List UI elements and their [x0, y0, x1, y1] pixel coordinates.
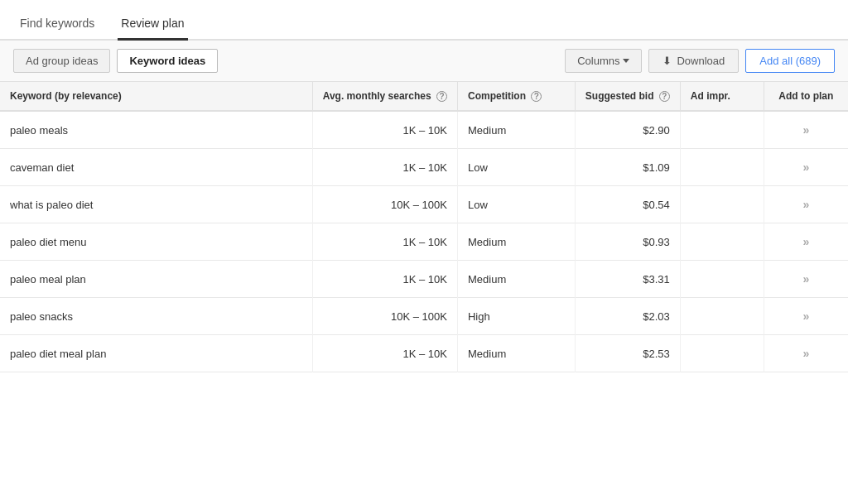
cell-add-to-plan[interactable]: »	[764, 335, 848, 372]
cell-bid: $0.93	[575, 223, 680, 261]
cell-competition: Low	[457, 186, 575, 223]
columns-button[interactable]: Columns	[565, 49, 642, 73]
keyword-table: Keyword (by relevance) Avg. monthly sear…	[0, 82, 848, 372]
add-to-plan-icon[interactable]: »	[802, 347, 809, 360]
cell-keyword: paleo meal plan	[0, 261, 312, 298]
cell-bid: $1.09	[575, 149, 680, 186]
competition-help-icon[interactable]: ?	[531, 91, 542, 102]
cell-adimpr	[680, 335, 764, 372]
bid-help-icon[interactable]: ?	[659, 91, 670, 102]
tab-review-plan[interactable]: Review plan	[118, 10, 187, 41]
download-label: Download	[677, 55, 725, 67]
cell-add-to-plan[interactable]: »	[764, 261, 848, 298]
add-to-plan-icon[interactable]: »	[802, 235, 809, 248]
table-row: paleo meals 1K – 10K Medium $2.90 »	[0, 111, 848, 149]
cell-keyword: paleo snacks	[0, 298, 312, 335]
cell-competition: Medium	[457, 335, 575, 372]
col-header-bid: Suggested bid ?	[575, 82, 680, 111]
cell-add-to-plan[interactable]: »	[764, 111, 848, 149]
cell-adimpr	[680, 111, 764, 149]
col-header-keyword: Keyword (by relevance)	[0, 82, 312, 111]
table-row: paleo diet meal plan 1K – 10K Medium $2.…	[0, 335, 848, 372]
add-to-plan-icon[interactable]: »	[802, 161, 809, 174]
table-body: paleo meals 1K – 10K Medium $2.90 » cave…	[0, 111, 848, 372]
cell-bid: $0.54	[575, 186, 680, 223]
cell-searches: 1K – 10K	[312, 335, 457, 372]
cell-keyword: paleo diet menu	[0, 223, 312, 261]
ad-group-ideas-button[interactable]: Ad group ideas	[13, 49, 110, 73]
cell-add-to-plan[interactable]: »	[764, 186, 848, 223]
keyword-ideas-button[interactable]: Keyword ideas	[117, 49, 218, 73]
cell-bid: $3.31	[575, 261, 680, 298]
cell-competition: High	[457, 298, 575, 335]
add-to-plan-icon[interactable]: »	[802, 198, 809, 211]
download-icon: ⬇	[662, 55, 672, 67]
cell-adimpr	[680, 223, 764, 261]
cell-adimpr	[680, 186, 764, 223]
cell-searches: 10K – 100K	[312, 186, 457, 223]
cell-add-to-plan[interactable]: »	[764, 298, 848, 335]
cell-keyword: paleo meals	[0, 111, 312, 149]
cell-searches: 1K – 10K	[312, 149, 457, 186]
cell-searches: 1K – 10K	[312, 223, 457, 261]
cell-keyword: what is paleo diet	[0, 186, 312, 223]
top-nav: Find keywords Review plan	[0, 0, 848, 41]
cell-add-to-plan[interactable]: »	[764, 223, 848, 261]
col-header-adimpr: Ad impr.	[680, 82, 764, 111]
cell-adimpr	[680, 261, 764, 298]
searches-help-icon[interactable]: ?	[436, 91, 447, 102]
cell-competition: Low	[457, 149, 575, 186]
table-row: paleo diet menu 1K – 10K Medium $0.93 »	[0, 223, 848, 261]
table-header-row: Keyword (by relevance) Avg. monthly sear…	[0, 82, 848, 111]
col-header-competition: Competition ?	[457, 82, 575, 111]
table-row: paleo snacks 10K – 100K High $2.03 »	[0, 298, 848, 335]
cell-searches: 10K – 100K	[312, 298, 457, 335]
cell-searches: 1K – 10K	[312, 111, 457, 149]
keyword-table-container: Keyword (by relevance) Avg. monthly sear…	[0, 82, 848, 372]
col-header-searches: Avg. monthly searches ?	[312, 82, 457, 111]
table-row: caveman diet 1K – 10K Low $1.09 »	[0, 149, 848, 186]
table-row: paleo meal plan 1K – 10K Medium $3.31 »	[0, 261, 848, 298]
cell-bid: $2.53	[575, 335, 680, 372]
cell-add-to-plan[interactable]: »	[764, 149, 848, 186]
cell-competition: Medium	[457, 223, 575, 261]
add-to-plan-icon[interactable]: »	[802, 272, 809, 286]
cell-adimpr	[680, 298, 764, 335]
cell-searches: 1K – 10K	[312, 261, 457, 298]
table-row: what is paleo diet 10K – 100K Low $0.54 …	[0, 186, 848, 223]
cell-bid: $2.03	[575, 298, 680, 335]
add-all-button[interactable]: Add all (689)	[745, 49, 835, 73]
toolbar: Ad group ideas Keyword ideas Columns ⬇ D…	[0, 41, 848, 82]
cell-bid: $2.90	[575, 111, 680, 149]
add-to-plan-icon[interactable]: »	[802, 123, 809, 137]
cell-keyword: caveman diet	[0, 149, 312, 186]
cell-competition: Medium	[457, 261, 575, 298]
cell-adimpr	[680, 149, 764, 186]
chevron-down-icon	[623, 59, 629, 63]
col-header-add-to-plan: Add to plan	[764, 82, 848, 111]
columns-label: Columns	[577, 55, 619, 67]
tab-find-keywords[interactable]: Find keywords	[17, 10, 98, 41]
cell-competition: Medium	[457, 111, 575, 149]
download-button[interactable]: ⬇ Download	[648, 49, 739, 73]
cell-keyword: paleo diet meal plan	[0, 335, 312, 372]
add-to-plan-icon[interactable]: »	[802, 310, 809, 323]
